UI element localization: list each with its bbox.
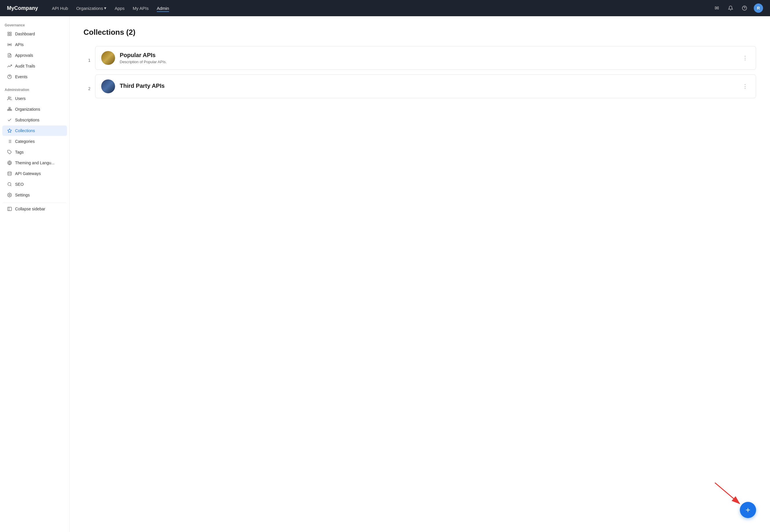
sidebar-item-seo[interactable]: SEO xyxy=(2,179,67,190)
sidebar-item-api-gateways[interactable]: API Gateways xyxy=(2,168,67,179)
svg-point-6 xyxy=(9,44,10,45)
svg-rect-33 xyxy=(8,207,11,211)
main-nav: API Hub Organizations ▾ Apps My APIs Adm… xyxy=(52,4,703,12)
collection-name-third-party-apis: Third Party APIs xyxy=(120,83,736,89)
bell-icon-button[interactable] xyxy=(726,3,735,13)
tags-icon xyxy=(7,150,12,155)
sidebar-label-audit-trails: Audit Trails xyxy=(15,64,35,68)
sidebar-item-tags[interactable]: Tags xyxy=(2,147,67,157)
main-header: MyCompany API Hub Organizations ▾ Apps M… xyxy=(0,0,770,16)
fab-container: + xyxy=(740,502,756,518)
svg-point-30 xyxy=(8,183,11,186)
collection-info-third-party-apis: Third Party APIs xyxy=(120,83,736,90)
svg-rect-12 xyxy=(9,110,10,110)
sidebar-item-apis[interactable]: APIs xyxy=(2,39,67,50)
sidebar-item-audit-trails[interactable]: Audit Trails xyxy=(2,61,67,71)
nav-api-hub[interactable]: API Hub xyxy=(52,5,68,12)
collection-avatar-popular-apis xyxy=(101,51,115,65)
collection-card-popular-apis[interactable]: Popular APIs Description of Popular APIs… xyxy=(95,46,756,70)
collection-menu-button-third-party-apis[interactable]: ⋮ xyxy=(740,82,750,91)
nav-organizations[interactable]: Organizations ▾ xyxy=(76,4,107,12)
sidebar-item-events[interactable]: Events xyxy=(2,72,67,82)
sidebar-label-settings: Settings xyxy=(15,193,30,197)
svg-point-9 xyxy=(8,97,10,98)
sidebar-item-organizations[interactable]: Organizations xyxy=(2,104,67,114)
add-collection-button[interactable]: + xyxy=(740,502,756,518)
nav-apps[interactable]: Apps xyxy=(114,5,124,12)
svg-point-29 xyxy=(8,172,11,173)
sidebar-item-collections[interactable]: Collections xyxy=(2,125,67,136)
api-gateways-icon xyxy=(7,171,12,176)
chevron-down-icon: ▾ xyxy=(104,6,106,11)
svg-rect-10 xyxy=(9,107,10,108)
svg-line-31 xyxy=(10,185,11,186)
svg-rect-13 xyxy=(10,110,12,110)
collection-info-popular-apis: Popular APIs Description of Popular APIs… xyxy=(120,52,736,64)
sidebar-label-categories: Categories xyxy=(15,139,35,144)
svg-rect-2 xyxy=(8,32,9,34)
users-icon xyxy=(7,96,12,101)
brand-logo[interactable]: MyCompany xyxy=(7,5,38,11)
svg-rect-5 xyxy=(8,34,9,36)
svg-marker-19 xyxy=(8,129,11,132)
audit-trails-icon xyxy=(7,63,12,69)
svg-rect-11 xyxy=(8,110,9,110)
sidebar-label-theming: Theming and Langu... xyxy=(15,161,54,165)
sidebar-label-users: Users xyxy=(15,96,26,101)
sidebar-label-approvals: Approvals xyxy=(15,53,33,58)
sidebar-label-organizations: Organizations xyxy=(15,107,40,112)
body-layout: Governance Dashboard APIs xyxy=(0,16,770,532)
mail-icon-button[interactable]: ✉ xyxy=(712,3,721,13)
sidebar-item-collapse[interactable]: Collapse sidebar xyxy=(2,203,67,214)
sidebar-item-theming[interactable]: Theming and Langu... xyxy=(2,158,67,168)
categories-icon xyxy=(7,139,12,144)
collection-number-1: 1 xyxy=(83,58,90,63)
svg-rect-4 xyxy=(10,34,11,36)
collection-menu-button-popular-apis[interactable]: ⋮ xyxy=(740,54,750,62)
dashboard-icon xyxy=(7,31,12,37)
collection-desc-popular-apis: Description of Popular APIs. xyxy=(120,60,736,64)
collection-card-third-party-apis[interactable]: Third Party APIs ⋮ xyxy=(95,74,756,98)
collection-avatar-img-popular xyxy=(101,51,115,65)
sidebar-label-dashboard: Dashboard xyxy=(15,32,35,36)
collection-avatar-third-party-apis xyxy=(101,79,115,93)
sidebar-item-settings[interactable]: Settings xyxy=(2,190,67,200)
subscriptions-icon xyxy=(7,117,12,123)
sidebar-label-tags: Tags xyxy=(15,150,24,154)
sidebar-item-subscriptions[interactable]: Subscriptions xyxy=(2,115,67,125)
user-avatar-button[interactable]: R xyxy=(754,3,763,13)
svg-point-32 xyxy=(9,194,10,196)
page-title: Collections (2) xyxy=(83,28,756,37)
svg-rect-3 xyxy=(10,32,11,34)
main-content: Collections (2) 1 Popular APIs Descripti… xyxy=(70,16,770,532)
sidebar-label-seo: SEO xyxy=(15,182,24,187)
administration-section-label: Administration xyxy=(0,85,69,93)
help-icon-button[interactable] xyxy=(740,3,749,13)
header-right-controls: ✉ R xyxy=(712,3,763,13)
seo-icon xyxy=(7,182,12,187)
sidebar-item-users[interactable]: Users xyxy=(2,93,67,104)
collection-name-popular-apis: Popular APIs xyxy=(120,52,736,59)
sidebar-label-collections: Collections xyxy=(15,128,35,133)
collection-row-1: 1 Popular APIs Description of Popular AP… xyxy=(83,46,756,74)
collection-row-2: 2 Third Party APIs ⋮ xyxy=(83,74,756,103)
sidebar-label-apis: APIs xyxy=(15,42,24,47)
collections-icon xyxy=(7,128,12,133)
sidebar-item-categories[interactable]: Categories xyxy=(2,136,67,147)
nav-admin[interactable]: Admin xyxy=(157,5,169,12)
sidebar-item-approvals[interactable]: Approvals xyxy=(2,50,67,61)
collection-list: 1 Popular APIs Description of Popular AP… xyxy=(83,46,756,103)
events-icon xyxy=(7,74,12,79)
organizations-icon xyxy=(7,107,12,112)
collapse-sidebar-icon xyxy=(7,206,12,212)
sidebar-item-dashboard[interactable]: Dashboard xyxy=(2,29,67,39)
more-vertical-icon-2: ⋮ xyxy=(742,83,748,90)
more-vertical-icon: ⋮ xyxy=(742,55,748,61)
theming-icon xyxy=(7,160,12,165)
apis-icon xyxy=(7,42,12,47)
sidebar-label-collapse: Collapse sidebar xyxy=(15,207,45,211)
sidebar-label-subscriptions: Subscriptions xyxy=(15,118,39,122)
approvals-icon xyxy=(7,53,12,58)
collection-avatar-img-third xyxy=(101,79,115,93)
nav-my-apis[interactable]: My APIs xyxy=(133,5,149,12)
